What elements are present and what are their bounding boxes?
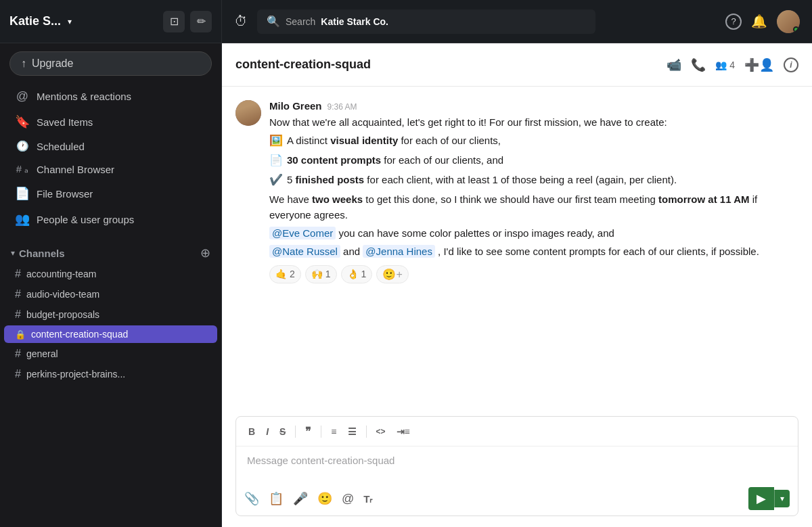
toolbar-separator — [366, 426, 367, 438]
online-status-dot — [793, 26, 799, 32]
sidebar-item-saved[interactable]: 🔖 Saved Items — [4, 110, 217, 134]
message-author-name[interactable]: Milo Green — [269, 100, 322, 112]
sidebar-item-file-browser[interactable]: 📄 File Browser — [4, 181, 217, 206]
channel-name: audio-video-team — [26, 289, 99, 300]
bullet-item-2: 📄 30 content prompts for each of our cli… — [269, 152, 798, 169]
send-options-button[interactable]: ▾ — [774, 490, 790, 507]
reaction-emoji: 👌 — [347, 269, 359, 279]
message-input[interactable]: Message content-creation-squad — [236, 446, 798, 482]
reaction-emoji: 🤙 — [275, 269, 287, 279]
history-button[interactable]: ⏱ — [234, 14, 248, 29]
message-input-bottom: 📎 📋 🎤 🙂 @ Tᵣ ▶ — [236, 482, 798, 515]
audio-button[interactable]: 🎤 — [293, 491, 308, 506]
search-company: Katie Stark Co. — [321, 16, 388, 27]
toolbar-separator — [321, 426, 321, 438]
add-channel-button[interactable]: ⊕ — [200, 246, 210, 260]
video-call-button[interactable]: ⊡ — [163, 11, 185, 32]
search-bar[interactable]: 🔍 Search Katie Stark Co. — [257, 9, 595, 34]
message-text: Now that we're all acquainted, let's get… — [269, 114, 798, 260]
hash-icon: # — [15, 308, 21, 321]
channel-info-button[interactable]: i — [784, 57, 798, 72]
unordered-list-icon: ☰ — [348, 426, 357, 437]
add-reaction-button[interactable]: 🙂+ — [376, 265, 408, 283]
channel-name: content-creation-squad — [31, 329, 128, 340]
ordered-list-button[interactable]: ≡ — [327, 423, 340, 440]
top-bar-right: ⏱ 🔍 Search Katie Stark Co. ? 🔔 — [222, 9, 812, 34]
reaction-thumbsup[interactable]: 🤙 2 — [269, 265, 301, 283]
mention-nate[interactable]: @Nate Russel — [269, 245, 340, 258]
message-input-area: B I S ❞ ≡ ☰ <> ⇥≡ Message content-creati… — [235, 416, 798, 516]
video-button[interactable]: 📹 — [667, 58, 681, 72]
reactions-bar: 🤙 2 🙌 1 👌 1 🙂+ — [269, 265, 798, 283]
bookmark-icon: 🔖 — [15, 114, 30, 129]
notifications-button[interactable]: 🔔 — [751, 14, 767, 29]
channel-item-audio-video-team[interactable]: # audio-video-team — [4, 285, 217, 304]
italic-button[interactable]: I — [262, 423, 273, 440]
bold-button[interactable]: B — [244, 423, 259, 440]
reaction-count: 1 — [361, 269, 367, 279]
message-author-avatar — [235, 100, 261, 126]
strikethrough-button[interactable]: S — [275, 423, 290, 440]
formatting-button[interactable]: Tᵣ — [363, 492, 372, 506]
sidebar-item-mentions[interactable]: @ Mentions & reactions — [4, 85, 217, 108]
bullet-item-3: ✔️ 5 finished posts for each client, wit… — [269, 172, 798, 189]
channel-name: general — [26, 348, 58, 359]
sidebar: ↑ Upgrade @ Mentions & reactions 🔖 Saved… — [0, 43, 222, 527]
message-toolbar: B I S ❞ ≡ ☰ <> ⇥≡ — [236, 417, 798, 446]
mention-eve[interactable]: @Eve Comer — [269, 227, 336, 239]
workspace-name[interactable]: Katie S... — [9, 14, 61, 28]
message-placeholder: Message content-creation-squad — [247, 455, 394, 466]
send-button[interactable]: ▶ — [748, 487, 774, 510]
reaction-count: 1 — [325, 269, 331, 279]
unordered-list-button[interactable]: ☰ — [344, 423, 361, 440]
sidebar-item-saved-label: Saved Items — [37, 116, 93, 128]
top-bar-left: Katie S... ▾ ⊡ ✏ — [0, 0, 222, 43]
shortcuts-button[interactable]: 📋 — [269, 491, 284, 506]
channels-section-header[interactable]: ▾ Channels ⊕ — [0, 239, 221, 264]
history-icon: ⏱ — [234, 14, 248, 28]
code-button[interactable]: <> — [372, 424, 390, 439]
main-content: content-creation-squad 📹 📞 👥 4 ➕👤 i — [222, 43, 812, 527]
sidebar-item-people[interactable]: 👥 People & user groups — [4, 207, 217, 231]
attachment-button[interactable]: 📎 — [244, 491, 259, 506]
channel-item-general[interactable]: # general — [4, 344, 217, 363]
compose-button[interactable]: ✏ — [190, 11, 212, 32]
user-avatar[interactable] — [777, 10, 800, 33]
sidebar-item-mentions-label: Mentions & reactions — [37, 91, 131, 102]
mention-button[interactable]: @ — [342, 492, 354, 506]
member-count-value: 4 — [729, 60, 735, 70]
lock-icon: 🔒 — [15, 329, 26, 340]
workspace-chevron-icon[interactable]: ▾ — [68, 17, 72, 26]
channel-item-content-creation-squad[interactable]: 🔒 content-creation-squad — [4, 325, 217, 343]
bullet-text-3: 5 finished posts for each client, with a… — [287, 172, 677, 187]
reaction-raised-hands[interactable]: 🙌 1 — [305, 265, 337, 283]
blockquote-button[interactable]: ❞ — [301, 422, 315, 440]
chevron-down-icon: ▾ — [780, 494, 784, 503]
video-icon: 📹 — [667, 58, 681, 72]
add-member-button[interactable]: ➕👤 — [744, 58, 774, 72]
call-button[interactable]: 📞 — [691, 58, 706, 72]
smiley-plus-icon: 🙂+ — [382, 269, 402, 280]
paperclip-icon: 📎 — [244, 492, 259, 505]
upgrade-button[interactable]: ↑ Upgrade — [9, 51, 212, 76]
reaction-ok-hand[interactable]: 👌 1 — [341, 265, 373, 283]
channels-section-label: Channels — [19, 248, 65, 259]
help-button[interactable]: ? — [725, 14, 742, 30]
channel-item-budget-proposals[interactable]: # budget-proposals — [4, 305, 217, 324]
and-text: and — [343, 246, 363, 257]
mention-jenna[interactable]: @Jenna Hines — [363, 245, 435, 258]
channel-item-perkins-project[interactable]: # perkins-project-brains... — [4, 365, 217, 384]
main-area: ↑ Upgrade @ Mentions & reactions 🔖 Saved… — [0, 43, 812, 527]
message-header: Milo Green 9:36 AM — [269, 100, 798, 112]
indent-button[interactable]: ⇥≡ — [392, 423, 414, 440]
member-count[interactable]: 👥 4 — [715, 60, 735, 70]
sidebar-item-scheduled[interactable]: 🕐 Scheduled — [4, 135, 217, 157]
clock-icon: 🕐 — [15, 140, 30, 152]
message-timestamp: 9:36 AM — [328, 102, 357, 112]
emoji-button[interactable]: 🙂 — [317, 491, 332, 506]
sidebar-item-channel-browser[interactable]: # ₐ Channel Browser — [4, 158, 217, 180]
message-para-3: @Eve Comer you can have some color palet… — [269, 225, 798, 241]
channel-item-accounting-team[interactable]: # accounting-team — [4, 265, 217, 283]
channels-chevron-icon: ▾ — [11, 248, 15, 258]
search-icon: 🔍 — [267, 15, 280, 28]
